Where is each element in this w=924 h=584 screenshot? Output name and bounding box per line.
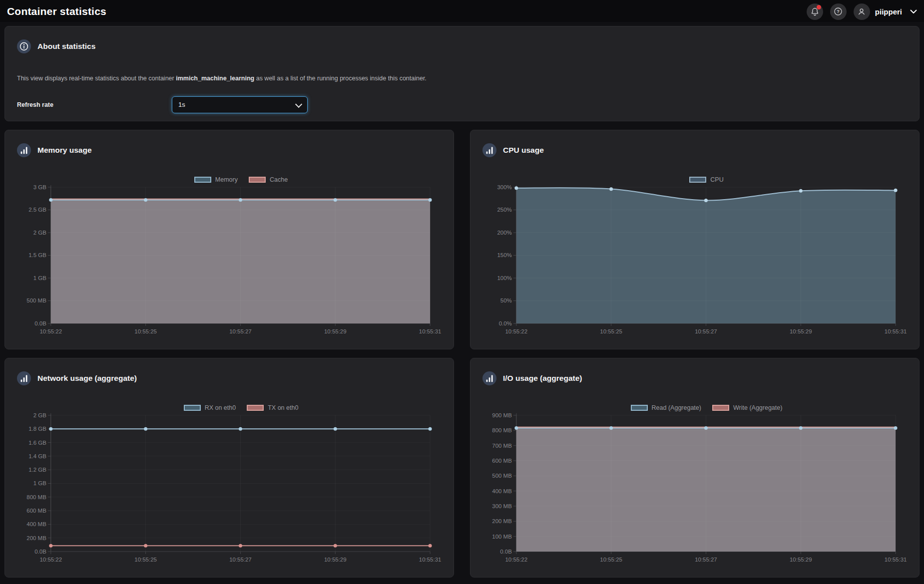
chart-panel: Memory usage MemoryCache 3 GB2.5 GB2 GB1… <box>4 130 454 349</box>
svg-text:10:55:25: 10:55:25 <box>600 557 622 563</box>
svg-text:10:55:25: 10:55:25 <box>134 557 157 563</box>
page-body: About statistics This view displays real… <box>0 22 924 578</box>
svg-text:700 MB: 700 MB <box>492 443 512 449</box>
help-icon: ? <box>833 6 843 16</box>
bar-chart-icon <box>482 371 496 385</box>
chart-panel: Network usage (aggregate) RX on eth0TX o… <box>4 358 454 578</box>
svg-text:10:55:29: 10:55:29 <box>790 557 812 563</box>
chart-plot: 900 MB800 MB700 MB600 MB500 MB400 MB300 … <box>470 411 919 577</box>
container-name: immich_machine_learning <box>176 75 254 82</box>
bar-chart-icon <box>482 143 496 157</box>
chart-panel-header: Memory usage <box>5 130 454 157</box>
svg-text:500 MB: 500 MB <box>492 473 512 479</box>
svg-text:50%: 50% <box>500 297 512 303</box>
legend-swatch-icon <box>194 177 211 183</box>
help-button[interactable]: ? <box>830 3 847 20</box>
svg-text:2 GB: 2 GB <box>33 412 46 418</box>
svg-text:0.0%: 0.0% <box>499 320 512 326</box>
chart-legend: Read (Aggregate)Write (Aggregate) <box>516 404 897 411</box>
svg-text:10:55:22: 10:55:22 <box>505 328 527 334</box>
page-title: Container statistics <box>7 5 106 17</box>
legend-swatch-icon <box>249 177 266 183</box>
about-description-suffix: as well as a list of the running process… <box>254 75 427 82</box>
chart-legend: CPU <box>516 176 897 183</box>
svg-text:100%: 100% <box>497 275 512 281</box>
svg-text:0.0B: 0.0B <box>34 549 46 555</box>
svg-text:10:55:31: 10:55:31 <box>885 328 907 334</box>
svg-text:1 GB: 1 GB <box>33 480 46 486</box>
svg-text:?: ? <box>837 9 840 14</box>
legend-item[interactable]: TX on eth0 <box>247 404 298 411</box>
svg-text:600 MB: 600 MB <box>26 508 46 514</box>
svg-text:10:55:29: 10:55:29 <box>324 328 347 334</box>
svg-text:300%: 300% <box>497 184 512 190</box>
chart-plot: 300%250%200%150%100%50%0.0%10:55:2210:55… <box>470 183 919 349</box>
about-description: This view displays real-time statistics … <box>17 75 907 83</box>
svg-text:10:55:22: 10:55:22 <box>39 557 62 563</box>
legend-item[interactable]: CPU <box>689 176 723 183</box>
legend-item[interactable]: Cache <box>249 176 288 183</box>
chart-plot: 2 GB1.8 GB1.6 GB1.4 GB1.2 GB1 GB800 MB60… <box>5 411 454 577</box>
svg-text:1.4 GB: 1.4 GB <box>28 453 46 459</box>
svg-text:10:55:31: 10:55:31 <box>419 328 442 334</box>
svg-text:150%: 150% <box>497 252 512 258</box>
refresh-rate-label: Refresh rate <box>17 101 172 108</box>
notification-dot-icon <box>817 5 821 9</box>
svg-text:0.0B: 0.0B <box>34 320 46 326</box>
svg-text:600 MB: 600 MB <box>492 458 512 464</box>
svg-text:1.8 GB: 1.8 GB <box>28 426 46 432</box>
legend-label: Write (Aggregate) <box>733 404 782 411</box>
legend-swatch-icon <box>712 405 729 411</box>
legend-label: Cache <box>270 176 288 183</box>
refresh-rate-row: Refresh rate 1s <box>17 96 907 113</box>
legend-swatch-icon <box>631 405 648 411</box>
info-icon <box>17 39 31 53</box>
svg-text:10:55:22: 10:55:22 <box>39 328 62 334</box>
legend-item[interactable]: Write (Aggregate) <box>712 404 782 411</box>
svg-text:0.0B: 0.0B <box>500 549 512 555</box>
svg-text:400 MB: 400 MB <box>26 521 46 527</box>
chart-title: Memory usage <box>37 146 92 155</box>
svg-text:2 GB: 2 GB <box>33 230 46 236</box>
legend-item[interactable]: Memory <box>194 176 238 183</box>
svg-text:500 MB: 500 MB <box>26 297 46 303</box>
legend-swatch-icon <box>689 177 706 183</box>
svg-text:250%: 250% <box>497 207 512 213</box>
svg-text:900 MB: 900 MB <box>492 412 512 418</box>
svg-text:10:55:22: 10:55:22 <box>505 557 527 563</box>
page-header: Container statistics ? piipperi <box>0 0 924 22</box>
legend-label: Read (Aggregate) <box>652 404 701 411</box>
svg-text:100 MB: 100 MB <box>492 534 512 540</box>
chart-panel-header: Network usage (aggregate) <box>5 358 454 385</box>
svg-text:10:55:27: 10:55:27 <box>695 557 717 563</box>
chart-title: CPU usage <box>503 146 544 155</box>
svg-text:2.5 GB: 2.5 GB <box>28 207 46 213</box>
svg-text:10:55:29: 10:55:29 <box>790 328 812 334</box>
legend-item[interactable]: Read (Aggregate) <box>631 404 701 411</box>
user-icon <box>857 6 867 16</box>
notifications-button[interactable] <box>807 3 823 20</box>
svg-text:1 GB: 1 GB <box>33 275 46 281</box>
svg-text:1.6 GB: 1.6 GB <box>28 440 46 446</box>
chart-legend: RX on eth0TX on eth0 <box>51 404 431 411</box>
header-actions: ? piipperi <box>807 3 917 20</box>
svg-text:3 GB: 3 GB <box>33 184 46 190</box>
chart-panel: CPU usage CPU 300%250%200%150%100%50%0.0… <box>470 130 920 349</box>
charts-grid: Memory usage MemoryCache 3 GB2.5 GB2 GB1… <box>4 130 920 578</box>
chart-panel-header: I/O usage (aggregate) <box>470 358 919 385</box>
legend-swatch-icon <box>247 405 264 411</box>
about-header: About statistics <box>17 26 907 53</box>
svg-text:300 MB: 300 MB <box>492 503 512 509</box>
legend-label: RX on eth0 <box>205 404 236 411</box>
bar-chart-icon <box>17 371 31 385</box>
svg-text:1.5 GB: 1.5 GB <box>28 252 46 258</box>
user-menu[interactable]: piipperi <box>854 3 917 20</box>
svg-text:10:55:25: 10:55:25 <box>134 328 157 334</box>
svg-text:10:55:27: 10:55:27 <box>229 328 252 334</box>
svg-text:400 MB: 400 MB <box>492 488 512 494</box>
svg-text:10:55:29: 10:55:29 <box>324 557 347 563</box>
legend-item[interactable]: RX on eth0 <box>184 404 236 411</box>
legend-label: TX on eth0 <box>268 404 298 411</box>
refresh-rate-select[interactable]: 1s <box>172 96 308 113</box>
svg-text:10:55:27: 10:55:27 <box>695 328 717 334</box>
